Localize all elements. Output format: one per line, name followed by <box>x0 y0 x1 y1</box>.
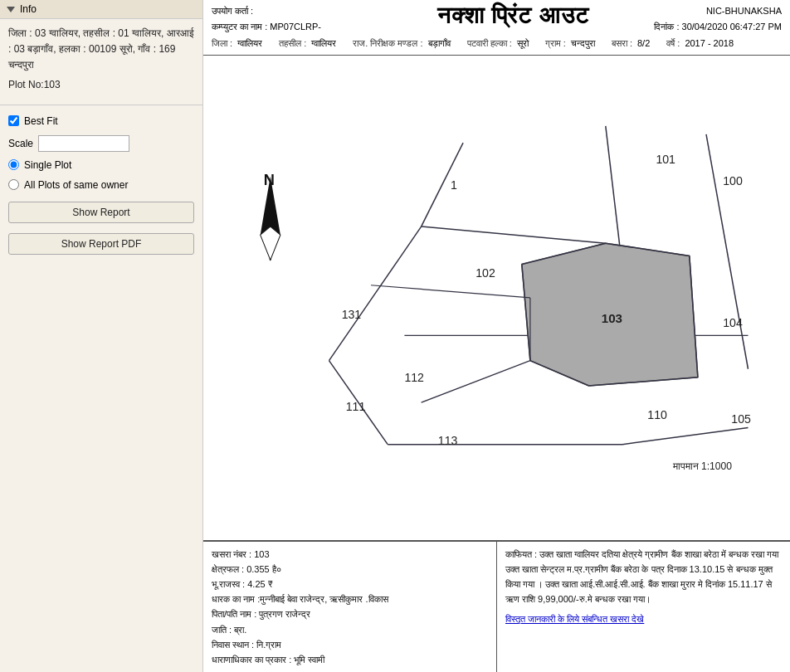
upyog-karta: उपयोग कर्ता : <box>212 3 378 19</box>
date-label: दिनांक : <box>654 22 679 32</box>
header-title-block: नक्शा प्रिंट आउट <box>378 3 649 29</box>
header-row2: जिला : ग्वालियर तहसील : ग्वालियर राज. नि… <box>212 34 782 51</box>
single-plot-radio[interactable] <box>8 159 19 170</box>
basra-col: बसरा : 8/2 <box>612 36 650 51</box>
scale-label: Scale <box>8 138 33 149</box>
plot-number: Plot No:103 <box>8 77 194 93</box>
bottom-info: खसरा नंबर : 103 क्षेत्रफल : 0.355 है० भू… <box>203 541 790 672</box>
show-report-pdf-button[interactable]: Show Report PDF <box>8 233 194 255</box>
varsh-value: 2017 - 2018 <box>685 36 734 51</box>
kaid-text: काफियत : उक्त खाता ग्वालियर दतिया क्षेत्… <box>505 547 782 607</box>
khasra-no-value: 103 <box>254 549 269 559</box>
computer-name: कम्प्युटर का नाम : MP07CLRP- <box>212 19 378 35</box>
bhu-rajasv-value: 4.25 ₹ <box>247 579 271 589</box>
patwari-value: सूरो <box>517 36 529 51</box>
svg-text:102: 102 <box>475 266 495 280</box>
main-title: नक्शा प्रिंट आउट <box>378 3 649 29</box>
jila-col: जिला : ग्वालियर <box>212 36 262 51</box>
map-area: 1 100 101 102 103 104 105 110 111 112 11… <box>203 56 790 541</box>
niwas: निवास स्थान : नि.ग्राम <box>212 637 488 652</box>
svg-text:103: 103 <box>602 311 622 325</box>
gram-col: ग्राम : चन्दपुरा <box>545 36 595 51</box>
computer-name-value: MP07CLRP- <box>270 22 321 32</box>
header-right-col: NIC-BHUNAKSHA दिनांक : 30/04/2020 06:47:… <box>649 3 782 34</box>
svg-text:101: 101 <box>656 153 675 166</box>
best-fit-row: Best Fit <box>8 115 194 127</box>
bhu-rajasv: भू.राजस्व : 4.25 ₹ <box>212 577 488 592</box>
collapse-icon <box>7 7 15 12</box>
upyog-karta-label: उपयोग कर्ता : <box>212 6 253 16</box>
scale-input[interactable] <box>38 135 129 152</box>
raj-nirikshak-value: बड़ागाँव <box>428 36 451 51</box>
scale-label: मापमान 1:1000 <box>672 460 733 472</box>
svg-text:131: 131 <box>342 308 362 321</box>
khasra-no: खसरा नंबर : 103 <box>212 547 488 562</box>
date-row: दिनांक : 30/04/2020 06:47:27 PM <box>649 19 782 35</box>
gram-value: चन्दपुरा <box>571 36 595 51</box>
varsh-col: वर्षे : 2017 - 2018 <box>666 36 734 51</box>
bottom-left: खसरा नंबर : 103 क्षेत्रफल : 0.355 है० भू… <box>203 542 497 672</box>
sidebar: Info जिला : 03 ग्वालियर, तहसील : 01 ग्वा… <box>0 0 203 672</box>
tahsil-value: ग्वालियर <box>311 36 336 51</box>
map-svg: 1 100 101 102 103 104 105 110 111 112 11… <box>203 56 790 540</box>
jila-label: जिला : <box>212 36 232 51</box>
svg-text:104: 104 <box>723 316 743 329</box>
svg-text:1: 1 <box>451 178 457 192</box>
date-value: 30/04/2020 06:47:27 PM <box>682 22 782 32</box>
svg-text:112: 112 <box>404 371 424 384</box>
sidebar-info-content: जिला : 03 ग्वालियर, तहसील : 01 ग्वालियर,… <box>0 19 202 100</box>
basra-value: 8/2 <box>637 36 650 51</box>
district-info: जिला : 03 ग्वालियर, तहसील : 01 ग्वालियर,… <box>8 26 194 74</box>
info-header[interactable]: Info <box>0 0 202 19</box>
varsh-label: वर्षे : <box>666 36 680 51</box>
dhara: धाराणाधिकार का प्रकार : भूमि स्वामी <box>212 652 488 667</box>
single-plot-label: Single Plot <box>24 159 71 171</box>
all-plots-radio[interactable] <box>8 179 19 190</box>
dharak: धारक का नाम :मुन्नीबाई बेवा राजेन्द्र, ऋ… <box>212 592 488 606</box>
main-content: उपयोग कर्ता : कम्प्युटर का नाम : MP07CLR… <box>203 0 790 672</box>
svg-text:100: 100 <box>723 174 743 187</box>
svg-text:110: 110 <box>647 408 667 421</box>
basra-label: बसरा : <box>612 36 632 51</box>
svg-text:113: 113 <box>438 434 458 447</box>
info-label: Info <box>20 3 37 15</box>
best-fit-label: Best Fit <box>24 115 58 127</box>
jati: जाति : ब्रा. <box>212 622 488 637</box>
best-fit-checkbox[interactable] <box>8 115 19 126</box>
patwari-label: पटवारी हल्का : <box>467 36 512 51</box>
tahsil-col: तहसील : ग्वालियर <box>279 36 336 51</box>
gram-label: ग्राम : <box>545 36 566 51</box>
single-plot-row: Single Plot <box>8 159 194 171</box>
all-plots-row: All Plots of same owner <box>8 179 194 191</box>
kshetrafal-label: क्षेत्रफल : <box>212 564 244 574</box>
raj-nirikshak-label: राज. निरीक्षक मण्डल : <box>353 36 422 51</box>
svg-text:105: 105 <box>731 412 751 426</box>
kshetrafal: क्षेत्रफल : 0.355 है० <box>212 562 488 577</box>
khasra-no-label: खसरा नंबर : <box>212 549 251 559</box>
all-plots-label: All Plots of same owner <box>24 179 128 191</box>
patwari-col: पटवारी हल्का : सूरो <box>467 36 529 51</box>
pita: पिता/पति नाम : पुत्रगण राजेन्द्र <box>212 606 488 621</box>
svg-rect-0 <box>203 118 790 478</box>
nic-label: NIC-BHUNAKSHA <box>649 3 782 19</box>
show-report-button[interactable]: Show Report <box>8 202 194 223</box>
details-link[interactable]: विस्तृत जानकारी के लिये संबन्धित खसरा दे… <box>505 611 782 626</box>
header-block: उपयोग कर्ता : कम्प्युटर का नाम : MP07CLR… <box>203 0 790 56</box>
header-left-col: उपयोग कर्ता : कम्प्युटर का नाम : MP07CLR… <box>212 3 378 34</box>
bottom-right: काफियत : उक्त खाता ग्वालियर दतिया क्षेत्… <box>497 542 790 672</box>
header-row1: उपयोग कर्ता : कम्प्युटर का नाम : MP07CLR… <box>212 3 782 34</box>
computer-name-label: कम्प्युटर का नाम : <box>212 22 267 32</box>
jila-value: ग्वालियर <box>237 36 262 51</box>
svg-text:111: 111 <box>346 400 366 413</box>
scale-row: Scale <box>8 135 194 152</box>
tahsil-label: तहसील : <box>279 36 306 51</box>
bhu-rajasv-label: भू.राजस्व : <box>212 579 245 589</box>
kshetrafal-value: 0.355 है० <box>246 564 281 574</box>
raj-nirikshak-col: राज. निरीक्षक मण्डल : बड़ागाँव <box>353 36 450 51</box>
